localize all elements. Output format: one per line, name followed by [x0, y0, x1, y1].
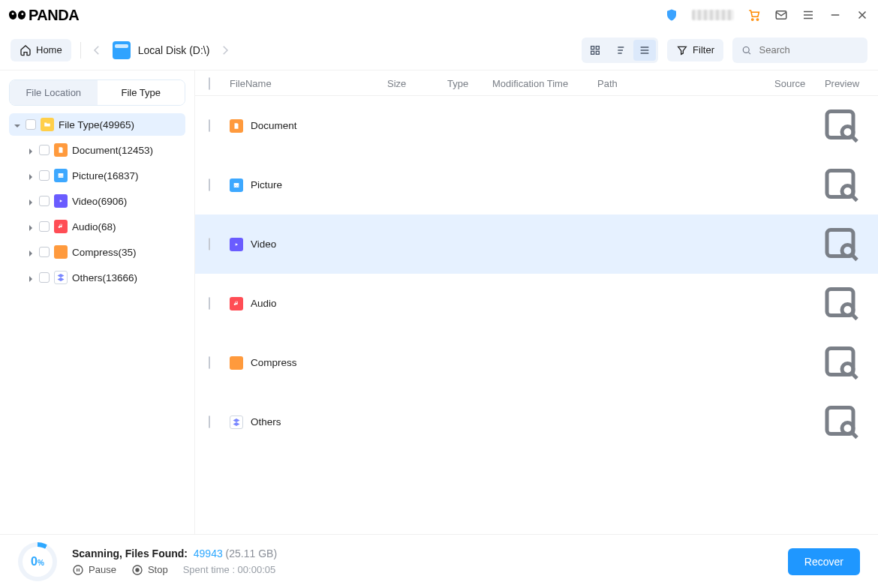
chevron-right-icon[interactable]: [27, 146, 35, 154]
search-icon: [741, 44, 752, 56]
filter-button[interactable]: Filter: [667, 39, 723, 62]
sidebar-tabs: File Location File Type: [9, 80, 185, 106]
tree-item-others[interactable]: Others(13666): [9, 266, 185, 289]
obscured-text: [692, 10, 734, 20]
sidebar: File Location File Type File Type(49965)…: [0, 70, 195, 534]
compress-icon: [54, 245, 68, 259]
home-label: Home: [36, 44, 62, 56]
col-source[interactable]: Source: [774, 78, 819, 89]
spent-time: Spent time : 00:00:05: [183, 564, 276, 575]
svg-rect-12: [827, 230, 853, 256]
brand-text: PANDA: [29, 7, 79, 24]
preview-icon[interactable]: [819, 434, 864, 446]
tree-root[interactable]: File Type(49965): [9, 113, 185, 136]
progress-text: 0%: [31, 555, 44, 568]
envelope-icon[interactable]: [774, 8, 788, 22]
tree-item-video[interactable]: Video(6906): [9, 190, 185, 212]
compress-icon: [230, 356, 243, 370]
col-path[interactable]: Path: [597, 78, 774, 89]
checkbox[interactable]: [209, 297, 210, 310]
svg-point-7: [743, 46, 749, 52]
row-label: Picture: [251, 179, 282, 190]
others-icon: [230, 416, 243, 429]
preview-icon[interactable]: [819, 197, 864, 208]
col-type[interactable]: Type: [447, 78, 492, 89]
svg-point-22: [136, 568, 139, 572]
row-label: Audio: [251, 298, 277, 309]
checkbox[interactable]: [209, 119, 210, 132]
toolbar: Home Local Disk (D:\) Filter: [0, 30, 878, 70]
checkbox[interactable]: [39, 221, 50, 232]
preview-icon[interactable]: [819, 138, 864, 149]
chevron-right-icon[interactable]: [27, 274, 35, 281]
table-row-video[interactable]: Video: [195, 214, 878, 274]
checkbox[interactable]: [209, 416, 210, 428]
tree-item-compress[interactable]: Compress(35): [9, 241, 185, 263]
chevron-right-icon[interactable]: [27, 248, 35, 256]
tree-item-picture[interactable]: Picture(16837): [9, 164, 185, 187]
pause-button[interactable]: Pause: [72, 564, 116, 576]
search-box[interactable]: [732, 38, 867, 63]
checkbox[interactable]: [39, 272, 50, 283]
col-size[interactable]: Size: [387, 78, 447, 89]
svg-rect-6: [596, 51, 599, 54]
breadcrumb[interactable]: Local Disk (D:\): [113, 41, 210, 59]
tab-file-location[interactable]: File Location: [10, 80, 98, 105]
stop-button[interactable]: Stop: [131, 564, 168, 576]
close-icon[interactable]: [855, 8, 869, 22]
tree-item-document[interactable]: Document(12453): [9, 139, 185, 161]
checkbox[interactable]: [39, 145, 50, 155]
tab-file-type[interactable]: File Type: [98, 80, 185, 105]
checkbox[interactable]: [39, 247, 50, 257]
picture-icon: [230, 178, 243, 192]
disk-icon: [113, 41, 131, 59]
tree-item-label: Audio(68): [72, 221, 116, 232]
menu-icon[interactable]: [801, 8, 815, 22]
chevron-down-icon[interactable]: [14, 121, 21, 128]
col-preview[interactable]: Preview: [819, 78, 864, 89]
stop-icon: [131, 564, 143, 576]
svg-rect-14: [827, 290, 853, 316]
table-row-compress[interactable]: Compress: [195, 333, 878, 392]
col-modification[interactable]: Modification Time: [492, 78, 597, 89]
search-input[interactable]: [759, 44, 858, 56]
chevron-right-icon[interactable]: [27, 223, 35, 230]
checkbox-all[interactable]: [209, 77, 210, 90]
checkbox[interactable]: [209, 238, 210, 250]
minimize-icon[interactable]: [828, 8, 842, 22]
col-filename[interactable]: FileName: [230, 78, 387, 89]
checkbox[interactable]: [209, 178, 210, 191]
table-row-audio[interactable]: Audio: [195, 274, 878, 333]
chevron-right-icon[interactable]: [27, 197, 35, 205]
table-row-picture[interactable]: Picture: [195, 155, 878, 214]
document-icon: [230, 119, 243, 133]
cart-icon[interactable]: [747, 8, 761, 22]
others-icon: [54, 271, 68, 284]
view-grid-icon[interactable]: [584, 40, 606, 61]
tree-item-audio[interactable]: Audio(68): [9, 215, 185, 238]
preview-icon[interactable]: [819, 375, 864, 386]
checkbox[interactable]: [209, 356, 210, 369]
row-label: Document: [251, 120, 297, 131]
home-button[interactable]: Home: [11, 39, 71, 62]
svg-rect-10: [827, 171, 853, 197]
preview-icon[interactable]: [819, 256, 864, 268]
folder-icon: [41, 118, 54, 131]
recover-button[interactable]: Recover: [788, 548, 860, 575]
table-row-document[interactable]: Document: [195, 96, 878, 155]
svg-point-20: [74, 566, 83, 574]
shield-icon[interactable]: [665, 8, 678, 22]
titlebar: PANDA: [0, 0, 878, 30]
view-detail-icon[interactable]: [609, 40, 631, 61]
checkbox[interactable]: [39, 170, 50, 181]
checkbox[interactable]: [39, 196, 50, 206]
location-label: Local Disk (D:\): [138, 44, 210, 56]
checkbox[interactable]: [26, 119, 36, 130]
status-line: Scanning, Files Found: 49943 (25.11 GB): [72, 548, 277, 560]
chevron-right-icon[interactable]: [27, 172, 35, 179]
view-list-icon[interactable]: [633, 40, 656, 61]
table-row-others[interactable]: Others: [195, 392, 878, 452]
preview-icon[interactable]: [819, 316, 864, 327]
video-icon: [54, 194, 68, 208]
svg-rect-8: [827, 112, 853, 138]
